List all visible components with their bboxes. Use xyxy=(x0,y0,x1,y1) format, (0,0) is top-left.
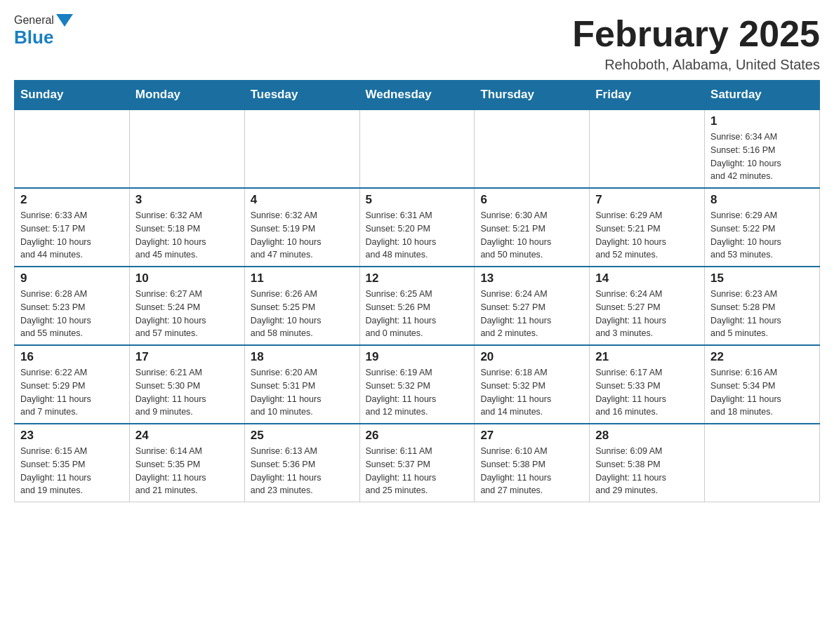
calendar-cell: 28Sunrise: 6:09 AMSunset: 5:38 PMDayligh… xyxy=(590,424,705,502)
day-number: 16 xyxy=(20,350,124,364)
day-info: Sunrise: 6:25 AMSunset: 5:26 PMDaylight:… xyxy=(366,288,469,340)
calendar-cell xyxy=(590,109,705,188)
weekday-header-monday: Monday xyxy=(129,81,244,110)
calendar-cell: 4Sunrise: 6:32 AMSunset: 5:19 PMDaylight… xyxy=(244,188,359,267)
calendar-week-row: 2Sunrise: 6:33 AMSunset: 5:17 PMDaylight… xyxy=(15,188,820,267)
day-info: Sunrise: 6:26 AMSunset: 5:25 PMDaylight:… xyxy=(251,288,354,340)
weekday-header-sunday: Sunday xyxy=(15,81,130,110)
day-info: Sunrise: 6:09 AMSunset: 5:38 PMDaylight:… xyxy=(595,445,699,497)
day-number: 14 xyxy=(595,271,699,286)
calendar-cell: 23Sunrise: 6:15 AMSunset: 5:35 PMDayligh… xyxy=(15,424,130,502)
day-number: 1 xyxy=(710,114,814,128)
location: Rehoboth, Alabama, United States xyxy=(572,57,820,73)
day-number: 26 xyxy=(366,429,469,443)
day-info: Sunrise: 6:32 AMSunset: 5:19 PMDaylight:… xyxy=(251,209,354,262)
day-number: 24 xyxy=(135,429,239,443)
day-info: Sunrise: 6:10 AMSunset: 5:38 PMDaylight:… xyxy=(480,445,583,497)
day-number: 5 xyxy=(366,193,469,207)
calendar-cell xyxy=(705,424,820,502)
day-number: 12 xyxy=(366,271,469,286)
day-number: 7 xyxy=(595,193,699,207)
day-info: Sunrise: 6:18 AMSunset: 5:32 PMDaylight:… xyxy=(480,366,583,419)
day-number: 11 xyxy=(251,271,354,286)
weekday-header-saturday: Saturday xyxy=(705,81,820,110)
day-info: Sunrise: 6:13 AMSunset: 5:36 PMDaylight:… xyxy=(251,445,354,497)
day-info: Sunrise: 6:19 AMSunset: 5:32 PMDaylight:… xyxy=(366,366,469,419)
calendar-cell: 24Sunrise: 6:14 AMSunset: 5:35 PMDayligh… xyxy=(129,424,244,502)
day-number: 18 xyxy=(251,350,354,364)
day-info: Sunrise: 6:28 AMSunset: 5:23 PMDaylight:… xyxy=(20,288,124,340)
day-number: 27 xyxy=(480,429,583,443)
day-number: 13 xyxy=(480,271,583,286)
weekday-header-tuesday: Tuesday xyxy=(244,81,359,110)
calendar-cell: 18Sunrise: 6:20 AMSunset: 5:31 PMDayligh… xyxy=(244,345,359,424)
logo-general-text: General xyxy=(14,14,54,27)
calendar-cell: 1Sunrise: 6:34 AMSunset: 5:16 PMDaylight… xyxy=(705,109,820,188)
logo-blue-text: Blue xyxy=(14,27,53,48)
day-number: 28 xyxy=(595,429,699,443)
calendar-cell: 27Sunrise: 6:10 AMSunset: 5:38 PMDayligh… xyxy=(475,424,590,502)
calendar-cell: 10Sunrise: 6:27 AMSunset: 5:24 PMDayligh… xyxy=(129,267,244,345)
calendar-cell xyxy=(15,109,130,188)
day-number: 8 xyxy=(710,193,814,207)
calendar-cell xyxy=(244,109,359,188)
title-block: February 2025 Rehoboth, Alabama, United … xyxy=(572,14,820,73)
page-header: General Blue February 2025 Rehoboth, Ala… xyxy=(14,14,820,73)
calendar-week-row: 23Sunrise: 6:15 AMSunset: 5:35 PMDayligh… xyxy=(15,424,820,502)
logo: General Blue xyxy=(14,14,75,48)
day-info: Sunrise: 6:23 AMSunset: 5:28 PMDaylight:… xyxy=(710,288,814,340)
weekday-header-wednesday: Wednesday xyxy=(359,81,475,110)
calendar-cell: 2Sunrise: 6:33 AMSunset: 5:17 PMDaylight… xyxy=(15,188,130,267)
day-number: 15 xyxy=(710,271,814,286)
day-number: 3 xyxy=(135,193,239,207)
day-info: Sunrise: 6:20 AMSunset: 5:31 PMDaylight:… xyxy=(251,366,354,419)
calendar-table: SundayMondayTuesdayWednesdayThursdayFrid… xyxy=(14,80,820,502)
calendar-week-row: 1Sunrise: 6:34 AMSunset: 5:16 PMDaylight… xyxy=(15,109,820,188)
day-number: 22 xyxy=(710,350,814,364)
day-info: Sunrise: 6:17 AMSunset: 5:33 PMDaylight:… xyxy=(595,366,699,419)
day-info: Sunrise: 6:29 AMSunset: 5:21 PMDaylight:… xyxy=(595,209,699,262)
calendar-cell: 22Sunrise: 6:16 AMSunset: 5:34 PMDayligh… xyxy=(705,345,820,424)
day-number: 20 xyxy=(480,350,583,364)
calendar-week-row: 9Sunrise: 6:28 AMSunset: 5:23 PMDaylight… xyxy=(15,267,820,345)
calendar-cell: 13Sunrise: 6:24 AMSunset: 5:27 PMDayligh… xyxy=(475,267,590,345)
day-number: 23 xyxy=(20,429,124,443)
calendar-cell: 7Sunrise: 6:29 AMSunset: 5:21 PMDaylight… xyxy=(590,188,705,267)
calendar-cell: 12Sunrise: 6:25 AMSunset: 5:26 PMDayligh… xyxy=(359,267,475,345)
calendar-cell: 9Sunrise: 6:28 AMSunset: 5:23 PMDaylight… xyxy=(15,267,130,345)
calendar-cell: 11Sunrise: 6:26 AMSunset: 5:25 PMDayligh… xyxy=(244,267,359,345)
calendar-cell: 25Sunrise: 6:13 AMSunset: 5:36 PMDayligh… xyxy=(244,424,359,502)
day-number: 21 xyxy=(595,350,699,364)
calendar-cell xyxy=(475,109,590,188)
calendar-cell xyxy=(359,109,475,188)
day-info: Sunrise: 6:34 AMSunset: 5:16 PMDaylight:… xyxy=(710,130,814,183)
weekday-header-friday: Friday xyxy=(590,81,705,110)
day-number: 25 xyxy=(251,429,354,443)
day-info: Sunrise: 6:33 AMSunset: 5:17 PMDaylight:… xyxy=(20,209,124,262)
calendar-cell: 6Sunrise: 6:30 AMSunset: 5:21 PMDaylight… xyxy=(475,188,590,267)
calendar-cell: 21Sunrise: 6:17 AMSunset: 5:33 PMDayligh… xyxy=(590,345,705,424)
calendar-cell xyxy=(129,109,244,188)
day-info: Sunrise: 6:14 AMSunset: 5:35 PMDaylight:… xyxy=(135,445,239,497)
calendar-cell: 3Sunrise: 6:32 AMSunset: 5:18 PMDaylight… xyxy=(129,188,244,267)
calendar-cell: 16Sunrise: 6:22 AMSunset: 5:29 PMDayligh… xyxy=(15,345,130,424)
day-info: Sunrise: 6:21 AMSunset: 5:30 PMDaylight:… xyxy=(135,366,239,419)
weekday-header-thursday: Thursday xyxy=(475,81,590,110)
calendar-week-row: 16Sunrise: 6:22 AMSunset: 5:29 PMDayligh… xyxy=(15,345,820,424)
day-info: Sunrise: 6:29 AMSunset: 5:22 PMDaylight:… xyxy=(710,209,814,262)
calendar-cell: 5Sunrise: 6:31 AMSunset: 5:20 PMDaylight… xyxy=(359,188,475,267)
day-number: 10 xyxy=(135,271,239,286)
weekday-header-row: SundayMondayTuesdayWednesdayThursdayFrid… xyxy=(15,81,820,110)
calendar-cell: 17Sunrise: 6:21 AMSunset: 5:30 PMDayligh… xyxy=(129,345,244,424)
day-info: Sunrise: 6:22 AMSunset: 5:29 PMDaylight:… xyxy=(20,366,124,419)
calendar-cell: 19Sunrise: 6:19 AMSunset: 5:32 PMDayligh… xyxy=(359,345,475,424)
day-number: 17 xyxy=(135,350,239,364)
logo-arrow-icon xyxy=(56,14,73,27)
month-title: February 2025 xyxy=(572,14,820,54)
calendar-cell: 20Sunrise: 6:18 AMSunset: 5:32 PMDayligh… xyxy=(475,345,590,424)
day-info: Sunrise: 6:24 AMSunset: 5:27 PMDaylight:… xyxy=(480,288,583,340)
day-info: Sunrise: 6:16 AMSunset: 5:34 PMDaylight:… xyxy=(710,366,814,419)
day-info: Sunrise: 6:27 AMSunset: 5:24 PMDaylight:… xyxy=(135,288,239,340)
day-info: Sunrise: 6:24 AMSunset: 5:27 PMDaylight:… xyxy=(595,288,699,340)
day-number: 19 xyxy=(366,350,469,364)
